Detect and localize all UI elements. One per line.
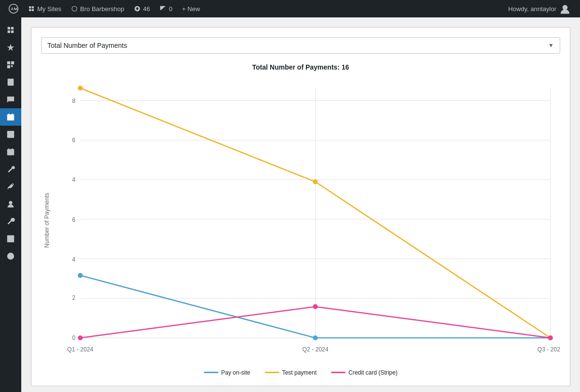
sidebar-item-wrench[interactable] — [0, 213, 21, 230]
svg-rect-9 — [7, 115, 14, 121]
legend-test-payment-label: Test payment — [282, 369, 317, 376]
svg-rect-4 — [11, 65, 13, 67]
comments-menu[interactable]: 0 — [155, 0, 177, 17]
legend-test-payment: Test payment — [265, 369, 317, 376]
svg-point-23 — [9, 201, 12, 204]
site-name-label: Bro Barbershop — [80, 5, 124, 13]
svg-text:6: 6 — [72, 137, 75, 144]
chart-type-dropdown[interactable]: Total Number of Payments ▼ — [41, 37, 560, 54]
sidebar-item-calendar2[interactable] — [0, 143, 21, 160]
credit-card-point-q1 — [78, 335, 83, 340]
sidebar-item-comments[interactable] — [0, 91, 21, 108]
sidebar-item-dashboard[interactable] — [0, 21, 21, 39]
updates-count: 46 — [143, 5, 150, 13]
svg-text:4: 4 — [72, 256, 75, 263]
sidebar — [0, 17, 21, 392]
svg-text:Q1 - 2024: Q1 - 2024 — [67, 346, 93, 353]
svg-text:2: 2 — [72, 294, 75, 301]
svg-point-0 — [563, 5, 567, 10]
svg-rect-17 — [7, 149, 14, 156]
legend-pay-onsite-label: Pay on-site — [221, 369, 250, 376]
svg-text:0: 0 — [72, 334, 75, 341]
my-sites-menu[interactable]: My Sites — [23, 0, 66, 17]
my-sites-label: My Sites — [37, 5, 61, 13]
chevron-down-icon: ▼ — [548, 42, 554, 49]
chart-type-label: Total Number of Payments — [47, 42, 127, 49]
sidebar-item-pin[interactable] — [0, 39, 21, 56]
legend-credit-card-color — [331, 372, 346, 373]
svg-text:Number of Payments: Number of Payments — [44, 193, 50, 248]
credit-card-point-q2 — [313, 304, 318, 309]
new-label: + New — [182, 5, 200, 13]
svg-line-22 — [13, 184, 14, 185]
sidebar-item-table[interactable] — [0, 126, 21, 143]
sidebar-item-tools[interactable] — [0, 160, 21, 178]
main-content: Total Number of Payments ▼ Total Number … — [21, 17, 580, 392]
sidebar-item-booking[interactable] — [0, 56, 21, 73]
svg-text:Q3 - 2024: Q3 - 2024 — [537, 346, 560, 353]
sidebar-item-brush[interactable] — [0, 178, 21, 195]
chart-svg-wrapper: 0 4 6 2 4 6 8 Number of Payments Q1 - 20… — [41, 78, 560, 364]
pay-onsite-point-q2 — [313, 335, 318, 340]
sidebar-item-plus-square[interactable] — [0, 230, 21, 247]
howdy-menu[interactable]: Howdy, anntaylor — [504, 2, 576, 15]
test-payment-point-q2 — [313, 179, 318, 184]
test-payment-point-q1 — [78, 86, 83, 90]
svg-text:4: 4 — [72, 176, 75, 183]
sidebar-item-calendar[interactable] — [0, 108, 21, 126]
site-name-menu[interactable]: Bro Barbershop — [66, 0, 129, 17]
chart-legend: Pay on-site Test payment Credit card (St… — [41, 369, 560, 376]
chart-container: Total Number of Payments ▼ Total Number … — [31, 27, 570, 386]
updates-menu[interactable]: 46 — [129, 0, 155, 17]
comments-count: 0 — [169, 5, 172, 13]
admin-bar: My Sites Bro Barbershop 46 0 + New Howdy… — [0, 0, 580, 17]
legend-pay-onsite-color — [204, 372, 218, 373]
legend-pay-onsite: Pay on-site — [204, 369, 250, 376]
svg-text:6: 6 — [72, 217, 75, 223]
svg-rect-21 — [9, 153, 10, 154]
layout: Total Number of Payments ▼ Total Number … — [0, 17, 580, 392]
svg-text:Q2 - 2024: Q2 - 2024 — [302, 346, 328, 353]
sidebar-item-play[interactable] — [0, 247, 21, 265]
svg-text:8: 8 — [72, 98, 75, 104]
sidebar-item-user[interactable] — [0, 195, 21, 213]
credit-card-point-q3 — [548, 335, 553, 340]
admin-bar-right: Howdy, anntaylor — [504, 2, 576, 15]
line-chart: 0 4 6 2 4 6 8 Number of Payments Q1 - 20… — [41, 78, 560, 363]
new-menu[interactable]: + New — [177, 0, 205, 17]
svg-rect-3 — [7, 65, 10, 68]
wp-logo[interactable] — [4, 4, 23, 14]
legend-test-payment-color — [265, 372, 279, 373]
svg-rect-2 — [11, 61, 14, 64]
svg-rect-13 — [7, 131, 14, 138]
pay-onsite-point-q1 — [78, 273, 83, 278]
chart-title: Total Number of Payments: 16 — [41, 63, 560, 71]
sidebar-item-pages[interactable] — [0, 73, 21, 91]
legend-credit-card: Credit card (Stripe) — [331, 369, 397, 376]
svg-rect-1 — [7, 61, 10, 64]
legend-credit-card-label: Credit card (Stripe) — [348, 369, 397, 376]
howdy-label: Howdy, anntaylor — [508, 5, 556, 13]
